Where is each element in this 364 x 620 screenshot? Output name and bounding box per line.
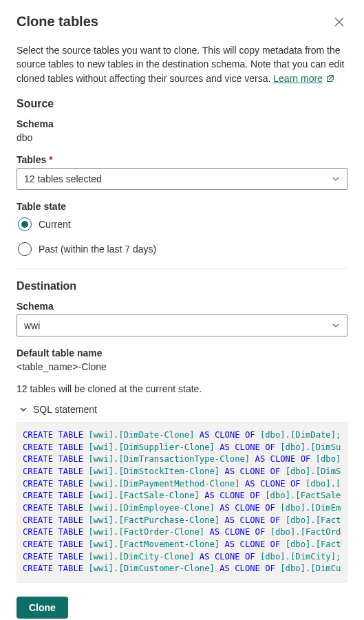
sql-line: CREATE TABLE [wwi].[DimCustomer-Clone] A…	[23, 563, 341, 575]
dialog-title: Clone tables	[17, 14, 98, 30]
sql-line: CREATE TABLE [wwi].[FactMovement-Clone] …	[23, 539, 341, 551]
sql-line: CREATE TABLE [wwi].[FactSale-Clone] AS C…	[23, 490, 341, 502]
sql-line: CREATE TABLE [wwi].[DimDate-Clone] AS CL…	[23, 429, 341, 442]
destination-schema-value: wwi	[24, 320, 40, 331]
clone-summary: 12 tables will be cloned at the current …	[17, 383, 347, 394]
source-section-title: Source	[17, 98, 347, 110]
default-table-name-value: <table_name>-Clone	[17, 361, 347, 372]
external-link-icon	[325, 74, 335, 83]
radio-past-label: Past (within the last 7 days)	[39, 244, 156, 255]
source-schema-label: Schema	[17, 118, 347, 129]
radio-current-label: Current	[39, 219, 71, 230]
close-button[interactable]	[331, 14, 347, 32]
sql-statement-label: SQL statement	[33, 404, 97, 415]
required-marker: *	[49, 154, 52, 165]
table-state-label: Table state	[17, 201, 347, 212]
learn-more-link[interactable]: Learn more	[273, 72, 335, 85]
radio-current[interactable]: Current	[18, 217, 347, 231]
sql-line: CREATE TABLE [wwi].[DimPaymentMethod-Clo…	[23, 478, 341, 491]
section-divider	[17, 268, 347, 269]
sql-line: CREATE TABLE [wwi].[FactPurchase-Clone] …	[23, 515, 341, 527]
source-schema-value: dbo	[17, 132, 347, 143]
radio-past[interactable]: Past (within the last 7 days)	[18, 242, 347, 256]
tables-label: Tables *	[17, 154, 347, 165]
sql-line: CREATE TABLE [wwi].[DimStockItem-Clone] …	[23, 466, 341, 478]
clone-button[interactable]: Clone	[17, 597, 68, 619]
sql-line: CREATE TABLE [wwi].[DimEmployee-Clone] A…	[23, 502, 341, 515]
chevron-down-icon	[332, 321, 340, 330]
scrollbar-thumb[interactable]	[340, 427, 344, 447]
sql-line: CREATE TABLE [wwi].[DimSupplier-Clone] A…	[23, 442, 341, 454]
radio-icon-selected	[18, 217, 32, 231]
sql-statement-toggle[interactable]: SQL statement	[17, 404, 347, 415]
sql-line: CREATE TABLE [wwi].[FactOrder-Clone] AS …	[23, 526, 341, 539]
destination-schema-label: Schema	[17, 301, 347, 312]
chevron-down-icon	[19, 405, 28, 414]
chevron-down-icon	[332, 175, 340, 183]
sql-line: CREATE TABLE [wwi].[DimCity-Clone] AS CL…	[23, 551, 341, 564]
destination-section-title: Destination	[17, 280, 347, 292]
tables-dropdown-value: 12 tables selected	[24, 173, 102, 184]
radio-icon-unselected	[18, 242, 32, 256]
learn-more-label: Learn more	[273, 72, 323, 85]
intro-text: Select the source tables you want to clo…	[17, 43, 347, 85]
close-icon	[334, 17, 345, 28]
sql-code-block[interactable]: CREATE TABLE [wwi].[DimDate-Clone] AS CL…	[17, 422, 347, 583]
destination-schema-dropdown[interactable]: wwi	[17, 314, 347, 336]
sql-line: CREATE TABLE [wwi].[DimTransactionType-C…	[23, 453, 341, 466]
tables-dropdown[interactable]: 12 tables selected	[17, 168, 347, 190]
default-table-name-label: Default table name	[17, 348, 347, 359]
